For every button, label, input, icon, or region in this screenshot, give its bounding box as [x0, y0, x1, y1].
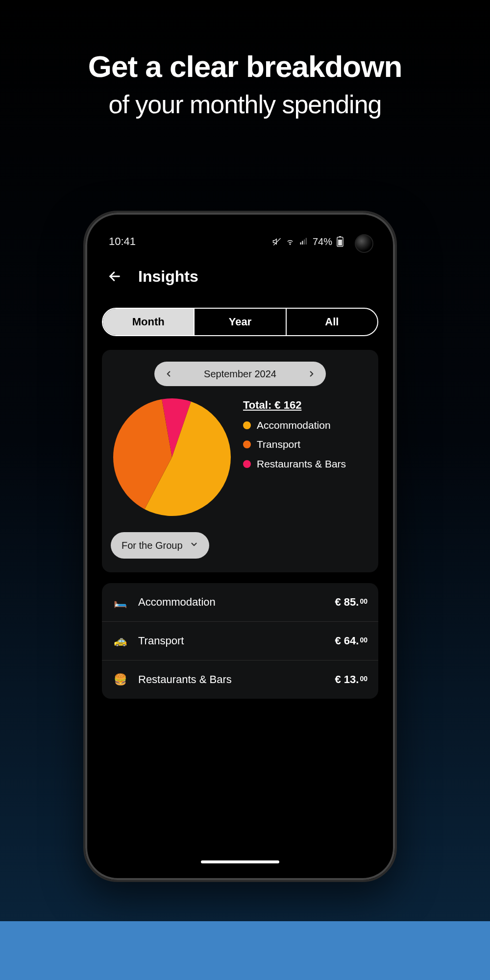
scope-dropdown[interactable]: For the Group: [111, 532, 209, 559]
category-label: Restaurants & Bars: [138, 673, 324, 686]
battery-icon: [336, 236, 344, 247]
legend-dot: [243, 460, 251, 468]
legend-dot: [243, 421, 251, 429]
month-label: September 2024: [204, 368, 276, 380]
legend-item: Restaurants & Bars: [243, 457, 369, 470]
segment-all[interactable]: All: [287, 309, 377, 335]
status-time: 10:41: [109, 235, 136, 248]
svg-rect-2: [300, 243, 301, 245]
svg-rect-7: [338, 240, 342, 245]
legend-dot: [243, 441, 251, 448]
legend-item: Accommodation: [243, 418, 369, 432]
category-amount: € 85.00: [335, 596, 368, 609]
segment-year[interactable]: Year: [195, 309, 286, 335]
phone-screen: 10:41 74%: [90, 218, 390, 875]
segment-month[interactable]: Month: [103, 309, 195, 335]
svg-rect-4: [304, 240, 305, 245]
category-label: Accommodation: [138, 596, 324, 609]
wifi-icon: [285, 237, 295, 246]
page-title: Insights: [138, 268, 198, 286]
chevron-down-icon: [190, 540, 198, 551]
svg-rect-3: [302, 241, 303, 245]
hero-copy: Get a clear breakdown of your monthly sp…: [0, 49, 490, 119]
svg-rect-5: [306, 238, 307, 245]
next-month-button[interactable]: [304, 367, 319, 381]
hero-line-1: Get a clear breakdown: [0, 49, 490, 84]
legend-label: Accommodation: [257, 418, 331, 432]
chart-card: September 2024 Total: € 162 Accommodatio…: [102, 350, 378, 572]
period-segmented-control: Month Year All: [102, 308, 378, 336]
scope-label: For the Group: [122, 540, 183, 551]
svg-line-0: [273, 238, 280, 245]
phone-frame: 10:41 74%: [83, 211, 397, 882]
status-bar: 10:41 74%: [102, 232, 378, 248]
category-icon: 🚕: [113, 635, 127, 647]
battery-text: 74%: [313, 236, 332, 247]
chart-total: Total: € 162: [243, 399, 369, 412]
category-list: 🛏️Accommodation€ 85.00🚕Transport€ 64.00🍔…: [102, 583, 378, 699]
signal-icon: [299, 237, 309, 246]
chart-legend: Total: € 162 AccommodationTransportResta…: [243, 396, 369, 476]
category-row[interactable]: 🛏️Accommodation€ 85.00: [102, 583, 378, 622]
category-icon: 🛏️: [113, 596, 127, 609]
category-row[interactable]: 🚕Transport€ 64.00: [102, 622, 378, 661]
svg-point-1: [290, 244, 291, 245]
selfie-camera: [355, 234, 373, 253]
home-indicator[interactable]: [201, 860, 279, 863]
category-row[interactable]: 🍔Restaurants & Bars€ 13.00: [102, 661, 378, 699]
category-label: Transport: [138, 635, 324, 647]
footer-bar: [0, 921, 490, 980]
month-picker: September 2024: [154, 362, 326, 386]
mute-icon: [272, 237, 281, 246]
category-amount: € 13.00: [335, 673, 368, 686]
legend-item: Transport: [243, 438, 369, 451]
hero-line-2: of your monthly spending: [0, 90, 490, 119]
svg-rect-8: [339, 236, 341, 237]
prev-month-button[interactable]: [161, 367, 176, 381]
category-icon: 🍔: [113, 673, 127, 686]
legend-label: Transport: [257, 438, 300, 451]
pie-chart: [111, 396, 233, 518]
category-amount: € 64.00: [335, 635, 368, 647]
back-button[interactable]: [105, 267, 124, 286]
legend-label: Restaurants & Bars: [257, 457, 346, 470]
title-bar: Insights: [102, 267, 378, 286]
